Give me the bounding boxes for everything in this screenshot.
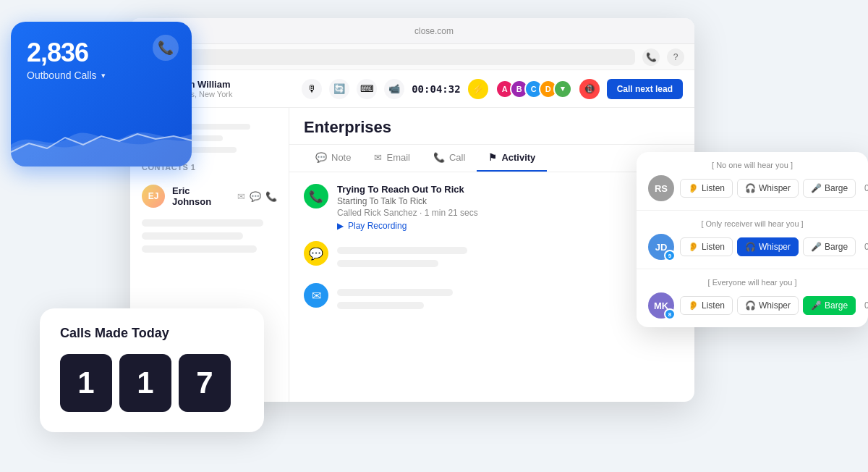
- activity-text-2: [337, 241, 467, 273]
- headphone-icon-2: 🎧: [745, 242, 756, 252]
- avatar-badge-2: 9: [664, 250, 676, 261]
- digit-3: 7: [179, 354, 231, 412]
- placeholder-line: [142, 219, 263, 227]
- listen-button-1[interactable]: 👂 Listen: [680, 179, 733, 198]
- call-next-button[interactable]: Call next lead: [607, 79, 683, 99]
- tab-note[interactable]: 💬 Note: [304, 145, 362, 172]
- digit-1: 1: [60, 354, 112, 412]
- ear-icon-2: 👂: [688, 242, 699, 252]
- listen-button-2[interactable]: 👂 Listen: [680, 237, 733, 256]
- transfer-icon[interactable]: 🔄: [329, 79, 349, 99]
- crm-right-panel: Enterprises 💬 Note ✉ Email 📞 Call ⚑ Acti…: [289, 108, 694, 402]
- activity-feed: 📞 Trying To Reach Out To Rick Starting T…: [289, 172, 694, 402]
- note-icon: 💬: [315, 152, 327, 163]
- monitor-time-1: 0:46: [864, 183, 868, 193]
- tab-call[interactable]: 📞 Call: [422, 145, 477, 172]
- search-input[interactable]: Search...: [140, 49, 635, 65]
- headphone-icon-3: 🎧: [745, 300, 756, 311]
- call-timer: 00:04:32: [412, 83, 460, 95]
- outbound-icon: 📞: [153, 35, 179, 61]
- hangup-button[interactable]: 📵: [579, 79, 600, 99]
- play-icon: ▶: [337, 221, 344, 231]
- chevron-down-icon[interactable]: ▾: [101, 71, 106, 80]
- mic-icon: 🎤: [811, 183, 822, 193]
- keypad-icon[interactable]: ⌨: [357, 79, 377, 99]
- monitor-section-listen: [ No one will hear you ] RS 👂 Listen 🎧 W…: [637, 152, 868, 211]
- activity-text: Trying To Reach Out To Rick Starting To …: [337, 184, 478, 231]
- monitor-section-whisper: [ Only receiver will hear you ] JD 9 👂 L…: [637, 211, 868, 269]
- digit-row: 1 1 7: [60, 354, 244, 412]
- tab-email[interactable]: ✉ Email: [362, 145, 422, 172]
- placeholder: [337, 247, 467, 254]
- contact-name[interactable]: Eric Johnson: [172, 185, 230, 207]
- listen-button-3[interactable]: 👂 Listen: [680, 296, 733, 315]
- help-icon[interactable]: ?: [667, 49, 684, 66]
- avatar-stack: A B C D ▾: [495, 80, 572, 98]
- monitor-time-2: 0:46: [864, 242, 868, 252]
- email-tab-icon: ✉: [374, 152, 382, 163]
- crm-tabs: 💬 Note ✉ Email 📞 Call ⚑ Activity: [289, 145, 694, 172]
- placeholder-line: [142, 232, 243, 240]
- placeholder: [337, 260, 438, 267]
- phone-icon[interactable]: 📞: [265, 191, 277, 202]
- window-titlebar: close.com: [130, 18, 694, 44]
- company-header: Enterprises: [289, 108, 694, 145]
- whisper-button-1[interactable]: 🎧 Whisper: [737, 179, 799, 198]
- activity-line1: Trying To Reach Out To Rick: [337, 184, 478, 195]
- activity-tab-icon: ⚑: [488, 152, 497, 163]
- digit-2: 1: [119, 354, 171, 412]
- play-recording-button[interactable]: ▶ Play Recording: [337, 221, 478, 231]
- ear-icon-3: 👂: [688, 300, 699, 311]
- monitor-actions-3: 👂 Listen 🎧 Whisper 🎤 Barge: [680, 296, 856, 315]
- contact-icons: ✉ 💬 📞: [237, 191, 277, 202]
- phone-icon[interactable]: 📞: [642, 49, 660, 66]
- whisper-button-3[interactable]: 🎧 Whisper: [737, 296, 799, 315]
- activity-chat-icon: 💬: [304, 241, 328, 266]
- ear-icon: 👂: [688, 183, 699, 193]
- monitor-avatar-3: MK 8: [648, 292, 674, 319]
- mic-icon-2: 🎤: [811, 242, 822, 252]
- mic-icon-3: 🎤: [811, 300, 822, 311]
- placeholder: [337, 302, 424, 309]
- monitor-row-1: RS 👂 Listen 🎧 Whisper 🎤 Barge 0:46 🔗: [648, 175, 856, 201]
- monitor-time-3: 0:46: [864, 300, 868, 311]
- headphone-icon: 🎧: [745, 183, 756, 193]
- monitor-avatar-2: JD 9: [648, 234, 674, 260]
- record-icon[interactable]: 📹: [384, 79, 404, 99]
- titlebar-url: close.com: [184, 26, 684, 36]
- lightning-icon[interactable]: ⚡: [468, 79, 488, 99]
- calls-today-widget: Calls Made Today 1 1 7: [40, 308, 264, 432]
- contact-row: EJ Eric Johnson ✉ 💬 📞: [142, 179, 277, 214]
- whisper-button-2[interactable]: 🎧 Whisper: [737, 237, 799, 256]
- monitor-actions-1: 👂 Listen 🎧 Whisper 🎤 Barge: [680, 179, 856, 198]
- monitor-avatar-1: RS: [648, 175, 674, 201]
- avatar-badge-3: 8: [664, 308, 676, 320]
- barge-button-2[interactable]: 🎤 Barge: [803, 237, 856, 256]
- monitor-panel: [ No one will hear you ] RS 👂 Listen 🎧 W…: [637, 152, 868, 327]
- monitor-section-barge: [ Everyone will hear you ] MK 8 👂 Listen…: [637, 269, 868, 327]
- email-icon[interactable]: ✉: [237, 191, 245, 202]
- outbound-widget: 2,836 Outbound Calls ▾ 📞: [11, 22, 192, 167]
- calls-today-title: Calls Made Today: [60, 326, 244, 341]
- call-bar: SW Sam William Hollis, New York 🎙 🔄 ⌨ 📹 …: [130, 70, 694, 108]
- activity-item-chat: 💬: [304, 241, 680, 273]
- monitor-label-3: [ Everyone will hear you ]: [648, 278, 856, 287]
- company-name: Enterprises: [304, 118, 680, 137]
- mute-icon[interactable]: 🎙: [302, 79, 322, 99]
- barge-button-3[interactable]: 🎤 Barge: [803, 296, 856, 315]
- call-tab-icon: 📞: [433, 152, 445, 163]
- monitor-label-2: [ Only receiver will hear you ]: [648, 219, 856, 228]
- chat-icon[interactable]: 💬: [250, 191, 261, 202]
- monitor-row-2: JD 9 👂 Listen 🎧 Whisper 🎤 Barge 0:46 🔗: [648, 234, 856, 260]
- search-bar-area: Search... 📞 ?: [130, 44, 694, 70]
- activity-item-call: 📞 Trying To Reach Out To Rick Starting T…: [304, 184, 680, 231]
- activity-call-icon: 📞: [304, 184, 328, 208]
- barge-button-1[interactable]: 🎤 Barge: [803, 179, 856, 198]
- tab-activity[interactable]: ⚑ Activity: [477, 145, 547, 172]
- monitor-actions-2: 👂 Listen 🎧 Whisper 🎤 Barge: [680, 237, 856, 256]
- outbound-label: Outbound Calls: [27, 69, 97, 81]
- placeholder: [337, 289, 453, 296]
- activity-line2: Starting To Talk To Rick: [337, 196, 478, 206]
- placeholder-line: [142, 245, 257, 253]
- activity-email-icon: ✉: [304, 283, 328, 308]
